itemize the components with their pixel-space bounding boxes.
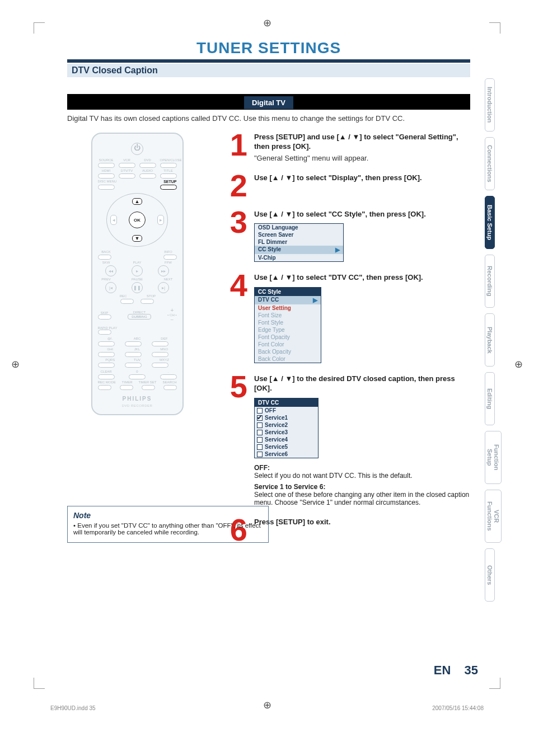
dubbing-button: DUBBING [128, 314, 151, 320]
btn-label: TIMER [122, 381, 133, 384]
checkbox-icon [257, 452, 263, 457]
remote-control-illustration: SOURCE VCR DVD OPEN/CLOSE HDMI DTV/TV [91, 133, 184, 415]
crop-mark [489, 22, 500, 34]
btn-label: DTV/TV [119, 169, 135, 172]
list-box-dtvcc: DTV CC OFF Service1 Service2 Service3 Se… [254, 398, 318, 458]
step-heading: Press [SETUP] to exit. [254, 518, 470, 527]
prev-icon: |◂ [105, 282, 116, 293]
desc-body: Select one of these before changing any … [254, 491, 470, 506]
btn-label: RAPID PLAY [98, 326, 177, 330]
menu-item-dim: Edge Type [255, 326, 321, 334]
btn-label: 0 [129, 370, 146, 373]
section-heading: DTV Closed Caption [67, 64, 470, 77]
btn-label: HDMI [98, 169, 115, 172]
remote-button [119, 163, 135, 168]
step-number: 4 [224, 273, 247, 363]
key-label: PQRS [98, 358, 123, 361]
desc-title: OFF: [254, 464, 470, 472]
menu-item-dim: Back Opacity [255, 348, 321, 355]
registration-mark-icon: ⊕ [263, 699, 271, 711]
menu-item-label: CC Style [258, 246, 281, 253]
tab-function-setup[interactable]: Function Setup [485, 431, 502, 484]
desc-title: Service 1 to Service 6: [254, 483, 470, 491]
btn-label: REC MODE [98, 381, 116, 384]
two-column-layout: SOURCE VCR DVD OPEN/CLOSE HDMI DTV/TV [67, 133, 470, 554]
btn-label: BACK [98, 250, 115, 253]
crop-mark [34, 678, 45, 689]
list-item: Service1 [255, 414, 318, 421]
remote-button [98, 330, 111, 335]
step-5-description: OFF: Select if you do not want DTV CC. T… [254, 464, 470, 506]
btn-label: PAUSE [129, 278, 146, 281]
tab-basic-setup[interactable]: Basic Setup [485, 196, 495, 249]
btn-label: REC [115, 294, 132, 298]
stop-button [140, 299, 154, 304]
note-title: Note [73, 511, 263, 520]
menu-box-ccstyle: CC Style DTV CC ▶ User Setting Font Size… [254, 287, 321, 363]
rec-button [120, 299, 134, 304]
title-rule [67, 59, 470, 63]
checkbox-icon [257, 437, 263, 443]
key-label: @!. [98, 337, 123, 340]
btn-label: TIMER SET [138, 381, 156, 384]
menu-item: V-Chip [255, 254, 343, 261]
list-label: OFF [265, 407, 276, 414]
list-item: Service2 [255, 421, 318, 429]
nav-pad: ▲ ▼ ◂ ▸ OK [106, 193, 168, 247]
key-label: MNO [152, 348, 176, 351]
remote-button [98, 173, 115, 179]
registration-mark-icon: ⊕ [11, 358, 20, 370]
remote-button [129, 374, 146, 379]
list-item: Service4 [255, 436, 318, 443]
checkbox-icon [257, 408, 263, 414]
left-arrow-icon: ◂ [110, 215, 117, 225]
registration-mark-icon: ⊕ [514, 358, 523, 370]
key-label: TUV [125, 358, 149, 361]
btn-label: AUDIO [139, 169, 156, 172]
tab-vcr-functions[interactable]: VCR Functions [485, 490, 502, 543]
step-4: 4 Use [▲ / ▼] to select "DTV CC", then p… [224, 273, 470, 363]
remote-button [163, 255, 177, 260]
remote-button [125, 341, 142, 346]
intro-text: Digital TV has its own closed captions c… [67, 114, 470, 123]
btn-label: INFO [160, 250, 177, 253]
power-icon [131, 143, 143, 155]
tab-others[interactable]: Others [485, 548, 495, 602]
menu-item-dim: Back Color [255, 355, 321, 363]
desc-body: Select if you do not want DTV CC. This i… [254, 472, 470, 480]
list-label: Service6 [265, 451, 288, 457]
list-title: DTV CC [255, 398, 318, 407]
btn-label: VCR [119, 158, 135, 162]
list-item: OFF [255, 407, 318, 414]
remote-button [98, 363, 115, 368]
checkbox-icon [257, 422, 263, 428]
menu-item-selected: DTV CC ▶ [255, 296, 321, 304]
tab-introduction[interactable]: Introduction [485, 78, 495, 132]
btn-label: PLAY [129, 261, 146, 264]
btn-label: . [160, 370, 177, 373]
btn-label: FFW [160, 261, 177, 264]
tab-recording[interactable]: Recording [485, 255, 495, 308]
footer-lang: EN [434, 663, 451, 677]
subheader-label: Digital TV [244, 96, 293, 109]
chevron-right-icon: ▶ [313, 297, 317, 304]
tab-playback[interactable]: Playback [485, 313, 495, 367]
key-label: ABC [125, 337, 149, 340]
step-number: 5 [224, 374, 247, 506]
list-label: Service4 [265, 436, 288, 443]
chevron-right-icon: ▶ [335, 246, 340, 253]
menu-item-label: DTV CC [258, 297, 279, 304]
remote-button [98, 385, 111, 390]
btn-label: SEARCH [162, 381, 176, 384]
footer-page-number: 35 [465, 663, 478, 677]
tab-connections[interactable]: Connections [485, 137, 495, 190]
list-label: Service5 [265, 444, 288, 450]
remote-button [98, 163, 115, 168]
setup-button [160, 185, 177, 190]
page-footer: EN 35 [434, 663, 478, 678]
tab-editing[interactable]: Editing [485, 372, 495, 425]
remote-button [120, 385, 133, 390]
right-arrow-icon: ▸ [157, 215, 164, 225]
brand-logo: PHILIPS [98, 396, 177, 402]
menu-item-dim: Font Opacity [255, 334, 321, 341]
